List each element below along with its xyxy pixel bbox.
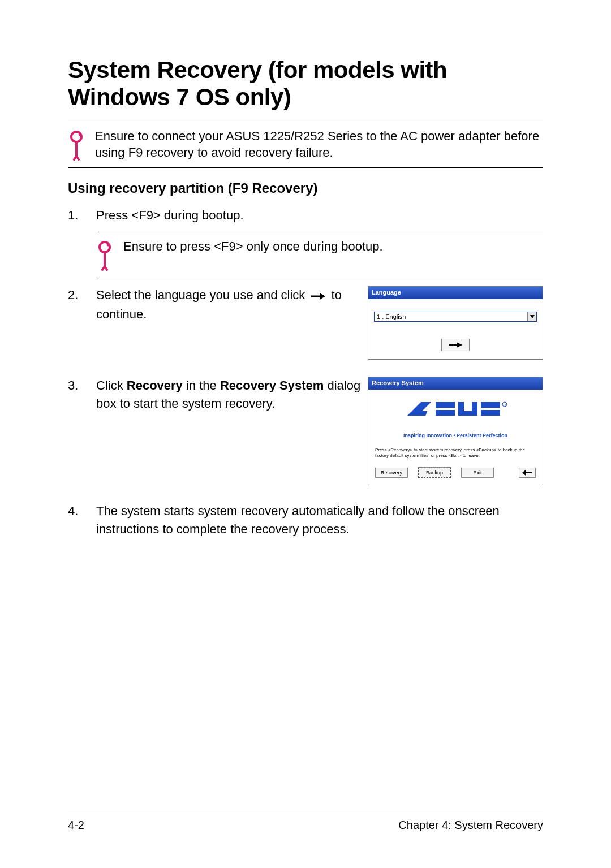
- step-list-cont: Select the language you use and click to…: [68, 286, 543, 538]
- language-dropdown-value: 1 . English: [375, 312, 527, 321]
- chevron-down-icon[interactable]: [527, 312, 536, 321]
- svg-rect-12: [436, 410, 455, 416]
- step-3-text: Click Recovery in the Recovery System di…: [96, 377, 361, 413]
- svg-rect-16: [481, 402, 500, 408]
- svg-marker-5: [320, 293, 325, 300]
- step-1-text: Press <F9> during bootup.: [96, 206, 543, 224]
- language-dialog: Language 1 . English: [368, 286, 543, 360]
- recovery-button[interactable]: Recovery: [375, 468, 408, 478]
- recovery-dialog-title: Recovery System: [368, 377, 543, 390]
- step-2-text-a: Select the language you use and click: [96, 288, 308, 302]
- arrow-left-icon: [522, 470, 532, 476]
- step-4-text: The system starts system recovery automa…: [96, 502, 543, 538]
- recovery-dialog: Recovery System: [368, 377, 543, 485]
- page-title: System Recovery (for models with Windows…: [68, 57, 543, 111]
- language-dropdown[interactable]: 1 . English: [374, 312, 537, 322]
- asus-logo: R: [375, 398, 536, 430]
- svg-rect-17: [481, 410, 500, 416]
- page-footer: 4-2 Chapter 4: System Recovery: [68, 814, 543, 832]
- language-dialog-title: Language: [368, 287, 543, 299]
- svg-marker-21: [522, 470, 526, 476]
- section-heading: Using recovery partition (F9 Recovery): [68, 180, 543, 196]
- svg-rect-10: [412, 411, 427, 416]
- recovery-instructions: Press <Recovery> to start system recover…: [375, 447, 536, 459]
- step-3: Click Recovery in the Recovery System di…: [68, 377, 543, 485]
- note-text-2: Ensure to press <F9> only once during bo…: [123, 238, 543, 255]
- pin-icon: [96, 240, 113, 272]
- exit-button[interactable]: Exit: [461, 468, 494, 478]
- step-3-text-c: in the: [183, 378, 220, 392]
- svg-point-1: [79, 133, 81, 136]
- note-box-2: Ensure to press <F9> only once during bo…: [96, 232, 543, 278]
- svg-marker-8: [457, 342, 462, 348]
- backup-button[interactable]: Backup: [418, 468, 451, 478]
- note-text-1: Ensure to connect your ASUS 1225/R252 Se…: [95, 128, 543, 161]
- pin-icon: [68, 130, 85, 162]
- step-3-text-b: Recovery: [127, 378, 183, 392]
- svg-marker-6: [530, 315, 535, 318]
- step-2: Select the language you use and click to…: [68, 286, 543, 360]
- note-box-1: Ensure to connect your ASUS 1225/R252 Se…: [68, 122, 543, 168]
- chapter-label: Chapter 4: System Recovery: [398, 819, 543, 832]
- step-1: Press <F9> during bootup.: [68, 206, 543, 224]
- asus-tagline: Inspiring Innovation • Persistent Perfec…: [375, 432, 536, 439]
- svg-rect-11: [436, 402, 455, 408]
- svg-rect-15: [458, 411, 477, 416]
- back-button[interactable]: [519, 468, 536, 478]
- step-3-text-d: Recovery System: [220, 378, 324, 392]
- svg-point-3: [107, 244, 110, 247]
- step-3-text-a: Click: [96, 378, 127, 392]
- step-list: Press <F9> during bootup.: [68, 206, 543, 224]
- page-number: 4-2: [68, 819, 84, 832]
- page: System Recovery (for models with Windows…: [0, 0, 611, 868]
- step-2-text: Select the language you use and click to…: [96, 286, 361, 323]
- continue-button[interactable]: [441, 339, 470, 351]
- svg-text:R: R: [504, 403, 506, 407]
- arrow-right-icon: [311, 287, 325, 305]
- step-4: The system starts system recovery automa…: [68, 502, 543, 538]
